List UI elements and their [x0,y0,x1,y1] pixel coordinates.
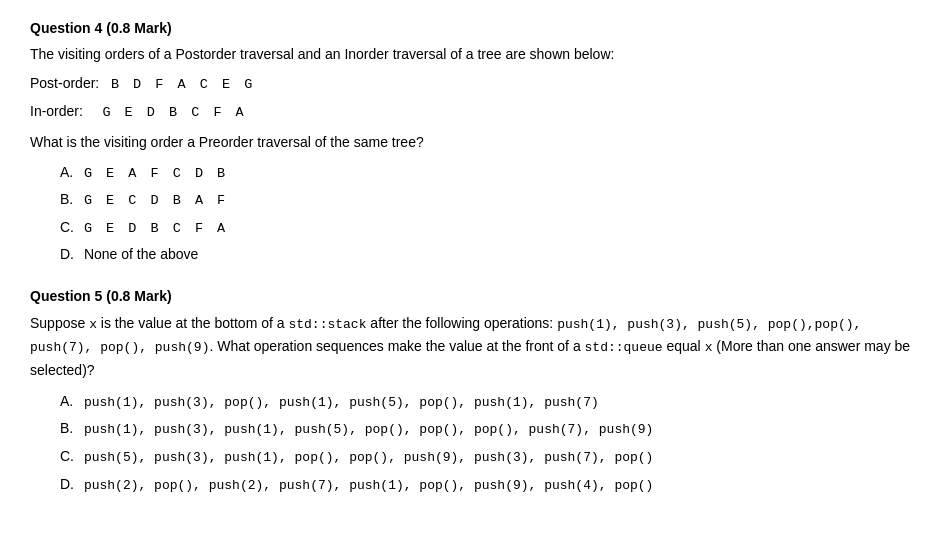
q5-desc-mid: is the value at the bottom of a [97,315,288,331]
q4-title: Question 4 (0.8 Mark) [30,20,913,36]
q5-option-b: B. push(1), push(3), push(1), push(5), p… [60,417,913,441]
q5-option-d: D. push(2), pop(), push(2), push(7), pus… [60,473,913,497]
q4-option-a: A. G E A F C D B [60,161,913,185]
q4-options: A. G E A F C D B B. G E C D B A F C. G E… [60,161,913,266]
q5-option-c: C. push(5), push(3), push(1), pop(), pop… [60,445,913,469]
q5-option-c-text: push(5), push(3), push(1), pop(), pop(),… [84,450,654,465]
q5-description: Suppose x is the value at the bottom of … [30,312,913,382]
q4-inorder-line: In-order: G E D B C F A [30,101,913,123]
q5-desc-after: after the following operations: [366,315,557,331]
q5-title: Question 5 (0.8 Mark) [30,288,913,304]
q4-postorder-value: B D F A C E G [111,77,255,92]
q5-desc-post: . What operation sequences make the valu… [209,338,584,354]
q5-x-var: x [89,317,97,332]
q5-stack-type: std::stack [288,317,366,332]
q5-option-d-label: D. [60,473,80,495]
q4-option-a-text: G E A F C D B [84,166,228,181]
q5-option-a-label: A. [60,390,80,412]
q5-queue-type: std::queue [585,340,663,355]
q4-option-d-label: D. [60,243,80,265]
q5-options: A. push(1), push(3), pop(), push(1), pus… [60,390,913,497]
q5-option-d-text: push(2), pop(), push(2), push(7), push(1… [84,478,654,493]
q4-option-c: C. G E D B C F A [60,216,913,240]
q4-option-a-label: A. [60,161,80,183]
q5-option-b-text: push(1), push(3), push(1), push(5), pop(… [84,422,654,437]
q4-option-b-label: B. [60,188,80,210]
q5-desc-end: equal [663,338,705,354]
q4-postorder-label: Post-order: [30,75,99,91]
q4-option-d-text: None of the above [84,246,198,262]
q5-desc-pre: Suppose [30,315,89,331]
q5-option-a: A. push(1), push(3), pop(), push(1), pus… [60,390,913,414]
q4-question: What is the visiting order a Preorder tr… [30,132,913,153]
q4-inorder-label: In-order: [30,103,83,119]
question-5-block: Question 5 (0.8 Mark) Suppose x is the v… [30,288,913,497]
q5-option-b-label: B. [60,417,80,439]
q4-inorder-value: G E D B C F A [102,105,246,120]
q4-option-b: B. G E C D B A F [60,188,913,212]
q4-option-d: D. None of the above [60,243,913,265]
q5-option-c-label: C. [60,445,80,467]
q4-postorder-line: Post-order: B D F A C E G [30,73,913,95]
q4-option-b-text: G E C D B A F [84,193,228,208]
question-4-block: Question 4 (0.8 Mark) The visiting order… [30,20,913,266]
q4-option-c-text: G E D B C F A [84,221,228,236]
q5-option-a-text: push(1), push(3), pop(), push(1), push(5… [84,395,599,410]
q4-description: The visiting orders of a Postorder trave… [30,44,913,65]
q4-option-c-label: C. [60,216,80,238]
